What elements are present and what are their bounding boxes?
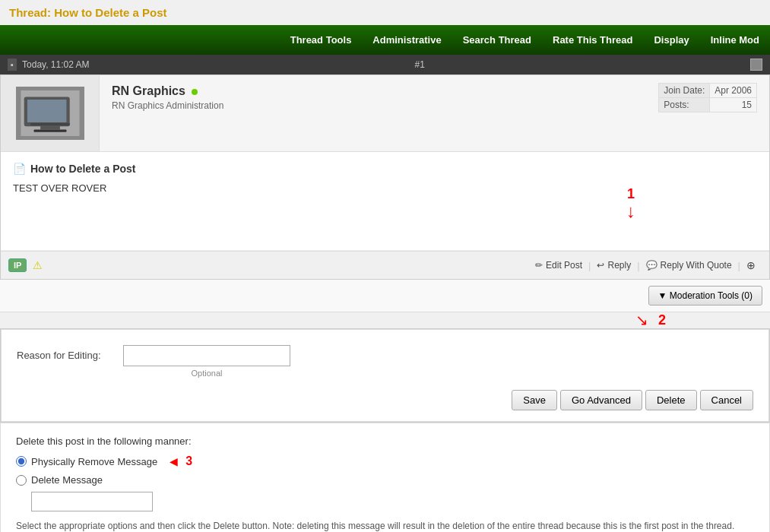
go-advanced-button[interactable]: Go Advanced <box>560 390 642 410</box>
optional-label: Optional <box>123 369 290 378</box>
radio-delete-message-label: Delete Message <box>31 474 103 486</box>
editing-section: Reason for Editing: Optional Save Go Adv… <box>0 328 770 423</box>
radio-physically-remove-label: Physically Remove Message <box>31 456 157 467</box>
footer-left: IP ⚠ <box>8 258 43 272</box>
post-header: RN Graphics RN Graphics Administration J… <box>1 75 769 152</box>
radio-delete-message-input[interactable] <box>16 475 27 486</box>
page-title: Thread: How to Delete a Post <box>0 0 770 25</box>
svg-rect-5 <box>33 129 66 131</box>
action-buttons: Save Go Advanced Delete Cancel <box>17 390 753 410</box>
edit-post-button[interactable]: ✏ Edit Post <box>529 257 588 274</box>
user-meta: Join Date: Apr 2006 Posts: 15 <box>646 75 769 151</box>
avatar-image <box>20 90 81 136</box>
annotation-area-1: 1 ↓ <box>13 194 757 239</box>
user-info: RN Graphics RN Graphics Administration <box>100 75 646 151</box>
nav-administrative[interactable]: Administrative <box>362 25 452 55</box>
post-title-line: 📄 How to Delete a Post <box>13 163 757 175</box>
footer-right: ✏ Edit Post | ↩ Reply | 💬 Reply With Quo… <box>529 256 762 274</box>
post-num: #1 <box>415 59 425 70</box>
annotation-1: 1 ↓ <box>626 186 635 220</box>
reason-row: Reason for Editing: Optional <box>17 345 753 378</box>
user-meta-table: Join Date: Apr 2006 Posts: 15 <box>658 83 757 112</box>
avatar <box>16 87 84 140</box>
user-avatar-area <box>1 75 100 151</box>
join-date-row: Join Date: Apr 2006 <box>659 84 757 98</box>
mod-tools-row: ▼ Moderation Tools (0) <box>0 280 770 312</box>
page-title-link: How to Delete a Post <box>54 6 166 19</box>
ip-button[interactable]: IP <box>8 258 27 272</box>
nav-inline-mod[interactable]: Inline Mod <box>700 25 770 55</box>
timestamp-icon: ▪ <box>8 59 17 71</box>
reason-input[interactable] <box>123 345 290 366</box>
radio-physically-remove: Physically Remove Message ◀ 3 <box>16 454 754 468</box>
nav-thread-tools[interactable]: Thread Tools <box>280 25 363 55</box>
post-footer: IP ⚠ ✏ Edit Post | ↩ Reply | 💬 Reply Wit… <box>1 251 769 279</box>
reply-with-quote-button[interactable]: 💬 Reply With Quote <box>640 257 738 274</box>
svg-rect-4 <box>40 125 60 129</box>
username: RN Graphics <box>112 84 634 98</box>
post-body: 📄 How to Delete a Post TEST OVER ROVER 1… <box>1 152 769 251</box>
post-timestamp: ▪ Today, 11:02 AM <box>8 59 90 70</box>
checkbox-icon[interactable] <box>750 59 762 71</box>
warn-icon[interactable]: ⚠ <box>33 259 43 271</box>
post-content: TEST OVER ROVER <box>13 182 757 194</box>
reply-button[interactable]: ↩ Reply <box>591 257 637 274</box>
posts-row: Posts: 15 <box>659 98 757 112</box>
main-content: RN Graphics RN Graphics Administration J… <box>0 74 770 280</box>
sub-header: ▪ Today, 11:02 AM #1 <box>0 55 770 74</box>
online-indicator <box>192 89 198 95</box>
nav-rate-thread[interactable]: Rate This Thread <box>542 25 643 55</box>
svg-rect-2 <box>27 100 66 122</box>
annotation-area-2: 2 ↘ <box>0 312 770 328</box>
page-title-prefix: Thread: <box>9 6 51 19</box>
delete-reason-input[interactable] <box>31 492 153 511</box>
reason-label: Reason for Editing: <box>17 345 123 361</box>
page-wrapper: Thread: How to Delete a Post Thread Tool… <box>0 0 770 532</box>
delete-button[interactable]: Delete <box>645 390 697 410</box>
delete-section: Delete this post in the following manner… <box>0 423 770 532</box>
user-role: RN Graphics Administration <box>112 100 634 111</box>
arrow-3: ◀ <box>170 455 178 467</box>
delete-note: Select the appropriate options and then … <box>16 519 754 532</box>
editing-inner: Reason for Editing: Optional Save Go Adv… <box>1 329 769 422</box>
radio-physically-remove-input[interactable] <box>16 456 27 467</box>
nav-bar: Thread Tools Administrative Search Threa… <box>0 25 770 55</box>
save-button[interactable]: Save <box>512 390 557 410</box>
reply-icon: ↩ <box>597 260 604 271</box>
quote-icon: 💬 <box>646 260 658 271</box>
cancel-button[interactable]: Cancel <box>700 390 753 410</box>
post-title-icon: 📄 <box>13 163 26 175</box>
moderation-tools-button[interactable]: ▼ Moderation Tools (0) <box>648 286 762 306</box>
reason-input-wrap: Optional <box>123 345 290 378</box>
post-title: How to Delete a Post <box>30 163 135 175</box>
nav-search-thread[interactable]: Search Thread <box>452 25 542 55</box>
svg-rect-3 <box>30 123 69 125</box>
annotation-2: 2 <box>658 312 666 328</box>
radio-delete-message: Delete Message <box>16 474 754 486</box>
multipost-button[interactable]: ⊕ <box>740 256 762 274</box>
delete-manner-label: Delete this post in the following manner… <box>16 435 754 447</box>
nav-display[interactable]: Display <box>643 25 699 55</box>
annotation-3: 3 <box>185 454 192 468</box>
edit-icon: ✏ <box>535 260 543 271</box>
